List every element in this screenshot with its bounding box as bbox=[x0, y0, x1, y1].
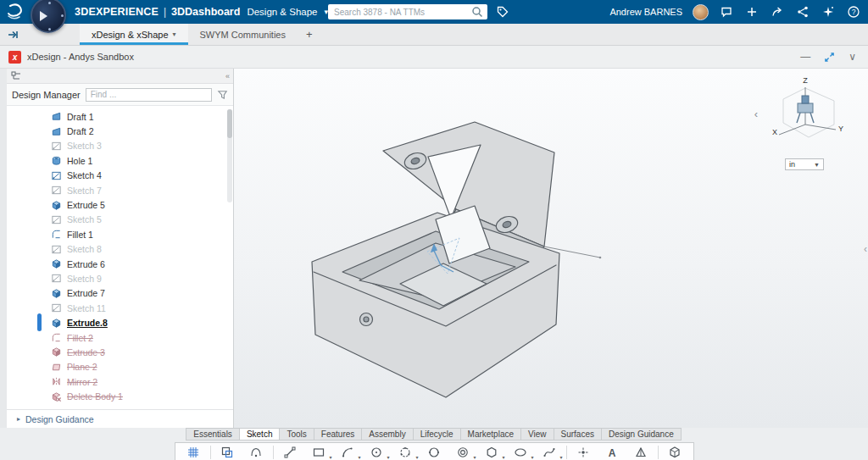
tree-item-sketch-3[interactable]: Sketch 3 bbox=[7, 139, 233, 153]
robot-collapse-chevron[interactable]: ‹ bbox=[754, 108, 758, 120]
tags-button[interactable] bbox=[496, 5, 509, 19]
dashboard-name[interactable]: 3DDashboard bbox=[171, 6, 240, 18]
search-input[interactable] bbox=[334, 8, 470, 17]
toolbar-separator bbox=[566, 446, 567, 459]
tree-item-draft-1[interactable]: Draft 1 bbox=[7, 109, 233, 124]
three-point-circle-tool[interactable]: ▾ bbox=[392, 444, 420, 460]
units-dropdown[interactable]: in ▼ bbox=[785, 158, 824, 170]
dropdown-caret-icon[interactable]: ▾ bbox=[531, 454, 533, 460]
constraint-tool[interactable] bbox=[627, 444, 655, 460]
show-panel-button[interactable] bbox=[0, 24, 25, 45]
ribbon-tab-sketch[interactable]: Sketch bbox=[239, 428, 281, 441]
tree-item-sketch-8[interactable]: Sketch 8 bbox=[7, 242, 233, 257]
dropdown-caret-icon[interactable]: ▾ bbox=[415, 454, 418, 460]
restore-icon bbox=[824, 52, 835, 63]
dropdown-caret-icon[interactable]: ▾ bbox=[358, 454, 360, 460]
tree-item-extrude-8[interactable]: Extrude.8 bbox=[7, 315, 233, 330]
notifications-icon[interactable] bbox=[719, 4, 734, 19]
user-name[interactable]: Andrew BARNES bbox=[609, 7, 682, 17]
ribbon-tab-tools[interactable]: Tools bbox=[279, 428, 314, 441]
tab-xdesign-xshape[interactable]: xDesign & xShape▾ bbox=[80, 24, 188, 45]
exit-sketch-tool[interactable] bbox=[661, 444, 689, 460]
filter-icon[interactable] bbox=[217, 89, 228, 100]
rectangle-tool[interactable]: ▾ bbox=[305, 444, 333, 460]
share-icon[interactable] bbox=[770, 4, 785, 19]
context-name[interactable]: Design & Shape bbox=[247, 7, 317, 17]
circle-tool[interactable]: ▾ bbox=[363, 444, 391, 460]
concentric-circle-tool[interactable]: ▾ bbox=[449, 444, 477, 460]
search-icon[interactable] bbox=[470, 5, 484, 19]
tree-item-label: Sketch 8 bbox=[67, 244, 102, 254]
tree-item-sketch-5[interactable]: Sketch 5 bbox=[7, 213, 233, 227]
ribbon-tab-assembly[interactable]: Assembly bbox=[361, 428, 413, 441]
tree-item-fillet-1[interactable]: Fillet 1 bbox=[7, 227, 233, 241]
tree-item-hole-1[interactable]: Hole 1 bbox=[7, 153, 233, 168]
tree-item-mirror-2[interactable]: Mirror 2 bbox=[7, 374, 233, 389]
social-icon[interactable] bbox=[795, 4, 810, 19]
spline-tool[interactable]: ▾ bbox=[536, 444, 564, 460]
find-input[interactable] bbox=[86, 88, 212, 102]
tree-item-extrude-5[interactable]: Extrude 5 bbox=[7, 197, 233, 212]
right-panel-chevron[interactable]: ‹ bbox=[864, 243, 867, 255]
view-axes-widget[interactable]: Z X Y bbox=[766, 75, 846, 158]
add-icon[interactable] bbox=[744, 4, 760, 19]
minimize-button[interactable]: — bbox=[800, 52, 810, 62]
help-icon[interactable]: ? bbox=[846, 4, 861, 19]
sketch-icon bbox=[51, 141, 62, 152]
assistant-icon[interactable] bbox=[821, 4, 836, 19]
axis-x-label: X bbox=[772, 128, 777, 136]
tree-item-extrude-6[interactable]: Extrude 6 bbox=[7, 257, 233, 271]
tab-label: xDesign & xShape bbox=[92, 30, 169, 40]
application-window: 3DEXPERIENCE | 3DDashboard Design & Shap… bbox=[0, 0, 868, 460]
3d-viewport[interactable]: ‹ Z X Y in ▼ ‹ bbox=[234, 69, 868, 428]
chevron-down-icon[interactable]: ▾ bbox=[173, 30, 176, 38]
dropdown-caret-icon[interactable]: ▾ bbox=[502, 454, 504, 460]
ribbon-tab-design-guidance[interactable]: Design Guidance bbox=[601, 428, 682, 441]
dropdown-caret-icon[interactable]: ▾ bbox=[559, 454, 562, 460]
silhouette-tool[interactable] bbox=[242, 444, 270, 460]
line-tool[interactable] bbox=[276, 444, 304, 460]
ellipse-tool[interactable]: ▾ bbox=[507, 444, 535, 460]
tab-swym-communities[interactable]: SWYM Communities bbox=[188, 24, 298, 45]
tree-item-label: Extrude 5 bbox=[67, 200, 105, 210]
dropdown-caret-icon[interactable]: ▾ bbox=[329, 454, 331, 460]
dropdown-caret-icon[interactable]: ▾ bbox=[473, 454, 476, 460]
tree-view-icon[interactable] bbox=[10, 70, 22, 82]
avatar[interactable] bbox=[693, 4, 709, 20]
tree-item-sketch-9[interactable]: Sketch 9 bbox=[7, 271, 233, 285]
text-tool[interactable]: A bbox=[598, 444, 626, 460]
ribbon-tab-essentials[interactable]: Essentials bbox=[186, 428, 240, 441]
point-tool[interactable] bbox=[570, 444, 598, 460]
svg-text:A: A bbox=[609, 447, 616, 459]
ribbon-tab-marketplace[interactable]: Marketplace bbox=[460, 428, 521, 441]
add-tab-button[interactable]: + bbox=[298, 24, 321, 45]
polygon-tool[interactable]: ▾ bbox=[478, 444, 506, 460]
app-titlebar: x xDesign - Andys Sandbox — ∨ bbox=[0, 46, 868, 69]
ribbon-tab-surfaces[interactable]: Surfaces bbox=[554, 428, 602, 441]
tree-item-plane-2[interactable]: Plane 2 bbox=[7, 360, 233, 374]
perimeter-circle-tool[interactable] bbox=[420, 444, 448, 460]
tree-item-draft-2[interactable]: Draft 2 bbox=[7, 124, 233, 138]
tree-item-delete-body-1[interactable]: Delete Body 1 bbox=[7, 389, 233, 403]
design-guidance-section[interactable]: ▸ Design Guidance bbox=[7, 409, 233, 428]
dropdown-caret-icon[interactable]: ▾ bbox=[387, 454, 389, 460]
ribbon-tab-features[interactable]: Features bbox=[314, 428, 362, 441]
expand-caret-icon: ▸ bbox=[17, 415, 20, 423]
ribbon-tab-lifecycle[interactable]: Lifecycle bbox=[413, 428, 461, 441]
window-menu-chevron[interactable]: ∨ bbox=[849, 52, 856, 62]
tree-item-sketch-7[interactable]: Sketch 7 bbox=[7, 183, 233, 197]
tree-item-fillet-2[interactable]: Fillet 2 bbox=[7, 330, 233, 345]
brand-separator: | bbox=[164, 6, 166, 18]
sketch-grid-tool[interactable] bbox=[180, 444, 208, 460]
tree-item-label: Plane 2 bbox=[67, 362, 97, 372]
design-manager-header: Design Manager bbox=[7, 84, 233, 106]
arc-tool[interactable]: ▾ bbox=[334, 444, 362, 460]
panel-collapse-button[interactable]: « bbox=[225, 72, 230, 80]
ribbon-tab-view[interactable]: View bbox=[520, 428, 554, 441]
tree-item-extrude-7[interactable]: Extrude 7 bbox=[7, 286, 233, 301]
tree-item-extrude-3[interactable]: Extrude 3 bbox=[7, 345, 233, 359]
panel-title: Design Manager bbox=[12, 90, 81, 100]
restore-button[interactable] bbox=[824, 52, 835, 63]
tree-item-sketch-4[interactable]: Sketch 4 bbox=[7, 169, 233, 183]
convert-entities-tool[interactable] bbox=[214, 444, 242, 460]
